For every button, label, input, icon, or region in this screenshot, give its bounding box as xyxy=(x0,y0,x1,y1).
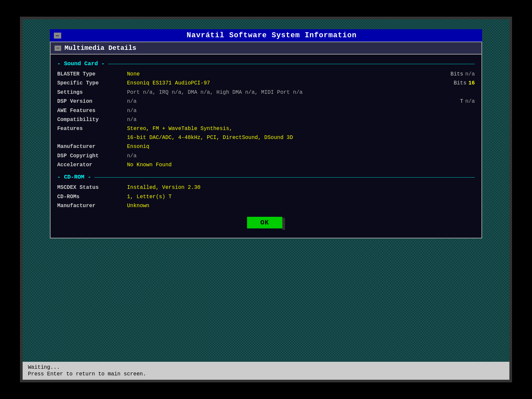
cdroms-value: 1, Letter(s) T xyxy=(127,193,475,201)
mscdex-label: MSCDEX Status xyxy=(57,183,127,192)
accelerator-label: Accelerator xyxy=(57,161,127,169)
status-line1: Waiting... xyxy=(28,364,504,370)
specific-type-value: Ensoniq ES1371 AudioPCI-97 xyxy=(127,79,454,87)
blaster-type-value: None xyxy=(127,70,451,78)
features-row: Features Stereo, FM + WaveTable Synthesi… xyxy=(57,124,475,142)
app-title: Navrátil Software System Information xyxy=(65,31,478,40)
dsp-copyright-row: DSP Copyright n/a xyxy=(57,152,475,160)
blaster-type-label: BLASTER Type xyxy=(57,70,127,78)
dsp-t-label: T xyxy=(460,97,464,106)
settings-label: Settings xyxy=(57,88,127,97)
specific-type-row: Specific Type Ensoniq ES1371 AudioPCI-97… xyxy=(57,79,475,87)
features-label: Features xyxy=(57,124,127,133)
cdroms-row: CD-ROMs 1, Letter(s) T xyxy=(57,193,475,201)
sc-manufacturer-label: Manufacturer xyxy=(57,142,127,151)
cdrom-manufacturer-value: Unknown xyxy=(127,201,475,210)
dialog-system-icon[interactable]: — xyxy=(55,46,61,51)
cdrom-manufacturer-label: Manufacturer xyxy=(57,201,127,210)
dsp-copyright-value: n/a xyxy=(127,152,475,160)
sc-manufacturer-value: Ensoniq xyxy=(127,142,475,151)
status-line2: Press Enter to return to main screen. xyxy=(28,371,504,377)
blaster-bits-value: n/a xyxy=(465,70,475,78)
blaster-bits-label: Bits xyxy=(451,70,463,78)
dialog-title-bar: — Multimedia Details xyxy=(51,42,481,55)
sc-manufacturer-row: Manufacturer Ensoniq xyxy=(57,142,475,151)
dsp-version-value: n/a xyxy=(127,97,460,106)
cdrom-manufacturer-row: Manufacturer Unknown xyxy=(57,201,475,210)
ok-button-row: OK xyxy=(57,216,475,230)
status-bar: Waiting... Press Enter to return to main… xyxy=(23,362,509,380)
specific-bits-info: Bits 16 xyxy=(454,79,475,87)
monitor: — Navrátil Software System Information —… xyxy=(20,17,512,382)
features-value: Stereo, FM + WaveTable Synthesis, 16-bit… xyxy=(127,124,293,142)
specific-bits-label: Bits xyxy=(454,79,466,87)
specific-bits-value: 16 xyxy=(468,79,475,87)
dsp-t-info: T n/a xyxy=(460,97,475,106)
dialog-title: Multimedia Details xyxy=(65,44,136,52)
sound-card-header: - Sound Card - xyxy=(57,59,475,68)
accelerator-row: Accelerator No Known Found xyxy=(57,161,475,169)
settings-value: Port n/a, IRQ n/a, DMA n/a, High DMA n/a… xyxy=(127,88,475,97)
mscdex-value: Installed, Version 2.30 xyxy=(127,183,475,192)
cdroms-label: CD-ROMs xyxy=(57,193,127,201)
compatibility-label: Compatibility xyxy=(57,115,127,124)
dsp-version-row: DSP Version n/a T n/a xyxy=(57,97,475,106)
awe-features-row: AWE Features n/a xyxy=(57,106,475,115)
mscdex-row: MSCDEX Status Installed, Version 2.30 xyxy=(57,183,475,192)
app-window: — Navrátil Software System Information —… xyxy=(50,29,482,238)
app-title-bar: — Navrátil Software System Information xyxy=(50,29,482,42)
dsp-copyright-label: DSP Copyright xyxy=(57,152,127,160)
ok-button-shadow xyxy=(282,218,285,230)
dsp-version-label: DSP Version xyxy=(57,97,127,106)
awe-features-value: n/a xyxy=(127,106,475,115)
ok-button[interactable]: OK xyxy=(247,217,282,228)
blaster-bits-info: Bits n/a xyxy=(451,70,475,78)
app-system-icon[interactable]: — xyxy=(54,33,61,39)
blaster-type-row: BLASTER Type None Bits n/a xyxy=(57,70,475,78)
dialog-content: - Sound Card - BLASTER Type None Bits n/… xyxy=(51,55,481,238)
compatibility-row: Compatibility n/a xyxy=(57,115,475,124)
settings-row: Settings Port n/a, IRQ n/a, DMA n/a, Hig… xyxy=(57,88,475,97)
dsp-t-value: n/a xyxy=(465,97,475,106)
awe-features-label: AWE Features xyxy=(57,106,127,115)
compatibility-value: n/a xyxy=(127,115,475,124)
specific-type-label: Specific Type xyxy=(57,79,127,87)
dialog: — Multimedia Details - Sound Card - BLAS… xyxy=(50,42,482,238)
accelerator-value: No Known Found xyxy=(127,161,475,169)
cdrom-header: - CD-ROM - xyxy=(57,173,475,182)
